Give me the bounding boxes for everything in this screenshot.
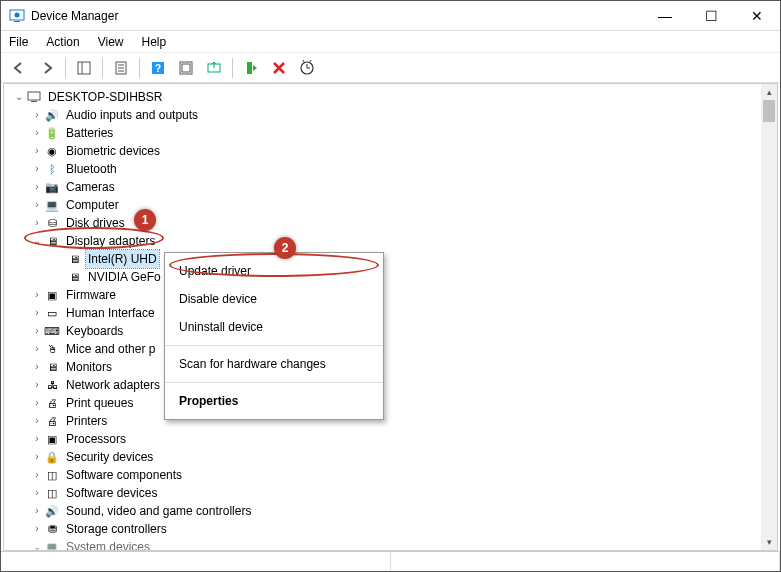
storage-icon: ⛃	[44, 521, 60, 537]
computer-icon	[26, 89, 42, 105]
maximize-button[interactable]: ☐	[688, 1, 734, 31]
svg-rect-16	[28, 92, 40, 100]
chevron-right-icon[interactable]: ›	[30, 142, 44, 160]
forward-button[interactable]	[35, 56, 59, 80]
uninstall-button[interactable]	[267, 56, 291, 80]
chevron-right-icon[interactable]: ›	[30, 106, 44, 124]
svg-rect-17	[31, 101, 37, 102]
properties-button[interactable]	[109, 56, 133, 80]
chevron-right-icon[interactable]: ›	[30, 394, 44, 412]
tree-item-monitors[interactable]: ›🖥Monitors	[8, 358, 777, 376]
tree-item-sound[interactable]: ›🔊Sound, video and game controllers	[8, 502, 777, 520]
tree-item-bluetooth[interactable]: ›ᛒBluetooth	[8, 160, 777, 178]
chevron-right-icon[interactable]: ›	[30, 520, 44, 538]
minimize-button[interactable]: —	[642, 1, 688, 31]
scrollbar-thumb[interactable]	[763, 100, 775, 122]
tree-item-software-devices[interactable]: ›◫Software devices	[8, 484, 777, 502]
printer-icon: 🖨	[44, 413, 60, 429]
tree-item-network[interactable]: ›🖧Network adapters	[8, 376, 777, 394]
annotation-oval-2	[169, 253, 379, 277]
tree-item-mice[interactable]: ›🖱Mice and other p	[8, 340, 777, 358]
chevron-right-icon[interactable]: ›	[30, 322, 44, 340]
chevron-right-icon[interactable]: ›	[30, 340, 44, 358]
scan-button[interactable]	[174, 56, 198, 80]
tree-item-print-queues[interactable]: ›🖨Print queues	[8, 394, 777, 412]
security-icon: 🔒	[44, 449, 60, 465]
tree-item-printers[interactable]: ›🖨Printers	[8, 412, 777, 430]
mouse-icon: 🖱	[44, 341, 60, 357]
tree-item-biometric[interactable]: ›◉Biometric devices	[8, 142, 777, 160]
tree-item-keyboards[interactable]: ›⌨Keyboards	[8, 322, 777, 340]
hid-icon: ▭	[44, 305, 60, 321]
tree-item-software-components[interactable]: ›◫Software components	[8, 466, 777, 484]
context-menu: Update driver Disable device Uninstall d…	[164, 252, 384, 420]
chevron-right-icon[interactable]: ›	[30, 304, 44, 322]
help-button[interactable]: ?	[146, 56, 170, 80]
tree-root[interactable]: ⌄ DESKTOP-SDIHBSR	[8, 88, 777, 106]
chevron-right-icon[interactable]: ›	[30, 178, 44, 196]
ctx-disable-device[interactable]: Disable device	[165, 285, 383, 313]
ctx-uninstall-device[interactable]: Uninstall device	[165, 313, 383, 341]
scrollbar[interactable]: ▴ ▾	[761, 84, 777, 550]
close-button[interactable]: ✕	[734, 1, 780, 31]
tree-item-security[interactable]: ›🔒Security devices	[8, 448, 777, 466]
window-controls: — ☐ ✕	[642, 1, 780, 31]
tree-item-system[interactable]: ⌄💻System devices	[8, 538, 777, 551]
tree-item-storage[interactable]: ›⛃Storage controllers	[8, 520, 777, 538]
tree-item-processors[interactable]: ›▣Processors	[8, 430, 777, 448]
menu-help[interactable]: Help	[142, 35, 167, 49]
tree-item-firmware[interactable]: ›▣Firmware	[8, 286, 777, 304]
svg-rect-3	[78, 62, 90, 74]
ctx-separator	[165, 382, 383, 383]
chevron-right-icon[interactable]: ›	[30, 214, 44, 232]
chevron-right-icon[interactable]: ›	[30, 124, 44, 142]
titlebar: Device Manager — ☐ ✕	[1, 1, 780, 31]
tree-item-cameras[interactable]: ›📷Cameras	[8, 178, 777, 196]
back-button[interactable]	[7, 56, 31, 80]
tree-item-audio[interactable]: ›🔊Audio inputs and outputs	[8, 106, 777, 124]
cpu-icon: ▣	[44, 431, 60, 447]
app-icon	[9, 8, 25, 24]
menu-action[interactable]: Action	[46, 35, 79, 49]
tree-item-hid[interactable]: ›▭Human Interface	[8, 304, 777, 322]
scan-hardware-button[interactable]	[295, 56, 319, 80]
annotation-badge-2: 2	[274, 237, 296, 259]
show-hide-button[interactable]	[72, 56, 96, 80]
tree-item-batteries[interactable]: ›🔋Batteries	[8, 124, 777, 142]
camera-icon: 📷	[44, 179, 60, 195]
tree-item-intel-uhd[interactable]: ·🖥Intel(R) UHD	[8, 250, 777, 268]
statusbar	[1, 551, 780, 572]
scroll-down-icon[interactable]: ▾	[761, 534, 777, 550]
chevron-right-icon[interactable]: ›	[30, 160, 44, 178]
chevron-down-icon[interactable]: ⌄	[30, 538, 44, 551]
chevron-right-icon[interactable]: ›	[30, 430, 44, 448]
chevron-down-icon[interactable]: ⌄	[12, 88, 26, 106]
tree-item-nvidia[interactable]: ·🖥NVIDIA GeFo	[8, 268, 777, 286]
ctx-scan-hardware[interactable]: Scan for hardware changes	[165, 350, 383, 378]
chevron-right-icon[interactable]: ›	[30, 466, 44, 484]
chevron-right-icon[interactable]: ›	[30, 358, 44, 376]
toolbar: ?	[1, 53, 780, 83]
ctx-properties[interactable]: Properties	[165, 387, 383, 415]
chevron-right-icon[interactable]: ›	[30, 286, 44, 304]
update-driver-button[interactable]	[202, 56, 226, 80]
chevron-right-icon[interactable]: ›	[30, 502, 44, 520]
enable-button[interactable]	[239, 56, 263, 80]
root-label: DESKTOP-SDIHBSR	[46, 88, 164, 106]
tree-item-computer[interactable]: ›💻Computer	[8, 196, 777, 214]
toolbar-separator	[232, 58, 233, 78]
chevron-right-icon[interactable]: ›	[30, 484, 44, 502]
chevron-right-icon[interactable]: ›	[30, 412, 44, 430]
toolbar-separator	[102, 58, 103, 78]
chevron-right-icon[interactable]: ›	[30, 448, 44, 466]
menu-view[interactable]: View	[98, 35, 124, 49]
menu-file[interactable]: File	[9, 35, 28, 49]
svg-point-2	[15, 12, 20, 17]
menubar: File Action View Help	[1, 31, 780, 53]
annotation-badge-1: 1	[134, 209, 156, 231]
scroll-up-icon[interactable]: ▴	[761, 84, 777, 100]
chevron-right-icon[interactable]: ›	[30, 196, 44, 214]
audio-icon: 🔊	[44, 107, 60, 123]
chevron-right-icon[interactable]: ›	[30, 376, 44, 394]
ctx-separator	[165, 345, 383, 346]
